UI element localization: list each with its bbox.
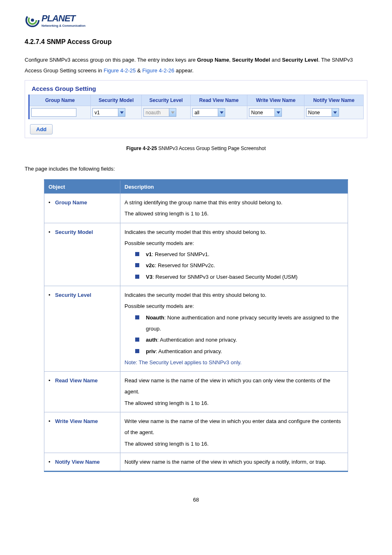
obj-label: Read View Name: [55, 375, 98, 386]
logo-brand: PLANET: [42, 13, 85, 24]
figure-caption-text: SNMPv3 Access Group Setting Page Screens…: [157, 146, 266, 151]
square-bullet-icon: [135, 263, 139, 267]
th-object: Object: [44, 180, 120, 194]
figure-link-2[interactable]: Figure 4-2-26: [142, 67, 174, 74]
square-bullet-icon: [135, 349, 139, 353]
intro-bold-gn: Group Name: [197, 57, 229, 63]
list-item: v2c: Reserved for SNMPv2c.: [146, 260, 344, 271]
intro-bold-sm: Security Model: [232, 57, 270, 63]
figure-link-1[interactable]: Figure 4-2-25: [104, 67, 136, 74]
table-row: •Read View Name Read view name is the na…: [44, 372, 348, 412]
setting-table: Group Name Security Model Security Level…: [28, 95, 364, 119]
write-view-select[interactable]: None: [249, 108, 282, 117]
th-read-view: Read View Name: [191, 95, 247, 106]
square-bullet-icon: [135, 315, 139, 319]
desc-text: The allowed string length is 1 to 16.: [125, 438, 344, 449]
desc-text: Indicates the security model that this e…: [125, 289, 344, 301]
svg-marker-4: [171, 111, 175, 114]
access-group-panel: Access Group Setting Group Name Security…: [25, 80, 367, 138]
th-description: Description: [120, 180, 348, 194]
list-item: auth: Authentication and none privacy.: [146, 334, 344, 345]
bullet-icon: •: [48, 227, 55, 238]
desc-text: Indicates the security model that this e…: [125, 227, 344, 238]
security-level-value: noauth: [144, 110, 169, 116]
notify-view-select[interactable]: None: [306, 108, 339, 117]
svg-marker-7: [333, 111, 337, 114]
security-level-select[interactable]: noauth: [143, 108, 176, 117]
logo-block: PLANET Networking & Communication: [25, 12, 367, 28]
read-view-value: all: [193, 110, 218, 116]
figure-caption: Figure 4-2-25 SNMPv3 Access Group Settin…: [25, 146, 367, 151]
th-write-view: Write View Name: [247, 95, 304, 106]
desc-text: A string identifying the group name that…: [125, 197, 344, 208]
bullet-icon: •: [48, 456, 55, 467]
list-item: priv: Authentication and privacy.: [146, 346, 344, 357]
intro-paragraph: Configure SNMPv3 access group on this pa…: [25, 55, 367, 76]
th-notify-view: Notify View Name: [304, 95, 363, 106]
desc-text: Notify view name is the name of the view…: [125, 456, 344, 467]
square-bullet-icon: [135, 338, 139, 342]
th-security-level: Security Level: [142, 95, 191, 106]
note-text: Note: The Security Level applies to SNNP…: [125, 357, 344, 368]
group-name-input[interactable]: [31, 108, 76, 117]
intro-bold-sl: Security Level: [282, 57, 318, 63]
table-row: •Security Model Indicates the security m…: [44, 223, 348, 286]
chevron-down-icon: [118, 109, 125, 116]
section-heading: 4.2.7.4 SNMP Access Group: [25, 38, 367, 46]
security-model-select[interactable]: v1: [92, 108, 125, 117]
svg-point-2: [31, 18, 34, 22]
svg-marker-3: [120, 111, 124, 114]
bullet-icon: •: [48, 197, 55, 208]
desc-text: The allowed string length is 1 to 16.: [125, 398, 344, 409]
obj-label: Security Level: [55, 289, 91, 301]
logo-icon: [25, 12, 40, 28]
figure-caption-label: Figure 4-2-25: [126, 146, 157, 151]
chevron-down-icon: [332, 109, 339, 116]
obj-label: Security Model: [55, 227, 93, 238]
desc-text: The allowed string length is 1 to 16.: [125, 208, 344, 219]
obj-label: Notify View Name: [55, 456, 100, 467]
add-button[interactable]: Add: [30, 124, 53, 134]
logo-tagline: Networking & Communication: [42, 24, 85, 28]
read-view-select[interactable]: all: [192, 108, 225, 117]
chevron-down-icon: [169, 109, 176, 116]
desc-text: Read view name is the name of the view i…: [125, 375, 344, 398]
fields-intro: The page includes the following fields:: [25, 164, 367, 174]
table-row: •Security Level Indicates the security m…: [44, 286, 348, 372]
desc-text: Write view name is the name of the view …: [125, 416, 344, 438]
write-view-value: None: [249, 110, 274, 116]
list-item: Noauth: None authentication and none pri…: [146, 312, 344, 335]
panel-title: Access Group Setting: [32, 85, 364, 92]
svg-marker-6: [277, 111, 280, 114]
table-row: •Group Name A string identifying the gro…: [44, 194, 348, 223]
list-item: V3: Reserved for SNMPv3 or User-based Se…: [146, 271, 344, 282]
desc-text: Possible security models are:: [125, 301, 344, 312]
obj-label: Group Name: [55, 197, 87, 208]
object-description-table: Object Description •Group Name A string …: [44, 179, 348, 472]
list-item: v1: Reserved for SNMPv1.: [146, 249, 344, 260]
intro-text: Configure SNMPv3 access group on this pa…: [25, 57, 197, 63]
th-security-model: Security Model: [91, 95, 142, 106]
notify-view-value: None: [307, 110, 332, 116]
chevron-down-icon: [218, 109, 225, 116]
square-bullet-icon: [135, 275, 139, 279]
page-number: 68: [25, 497, 367, 503]
svg-marker-5: [220, 111, 224, 114]
table-row: •Write View Name Write view name is the …: [44, 412, 348, 453]
security-model-value: v1: [93, 110, 118, 116]
obj-label: Write View Name: [55, 416, 98, 427]
bullet-icon: •: [48, 289, 55, 301]
th-group-name: Group Name: [29, 95, 91, 106]
desc-text: Possible security models are:: [125, 238, 344, 249]
table-row: •Notify View Name Notify view name is th…: [44, 453, 348, 471]
square-bullet-icon: [135, 252, 139, 256]
bullet-icon: •: [48, 416, 55, 427]
bullet-icon: •: [48, 375, 55, 386]
chevron-down-icon: [274, 109, 281, 116]
